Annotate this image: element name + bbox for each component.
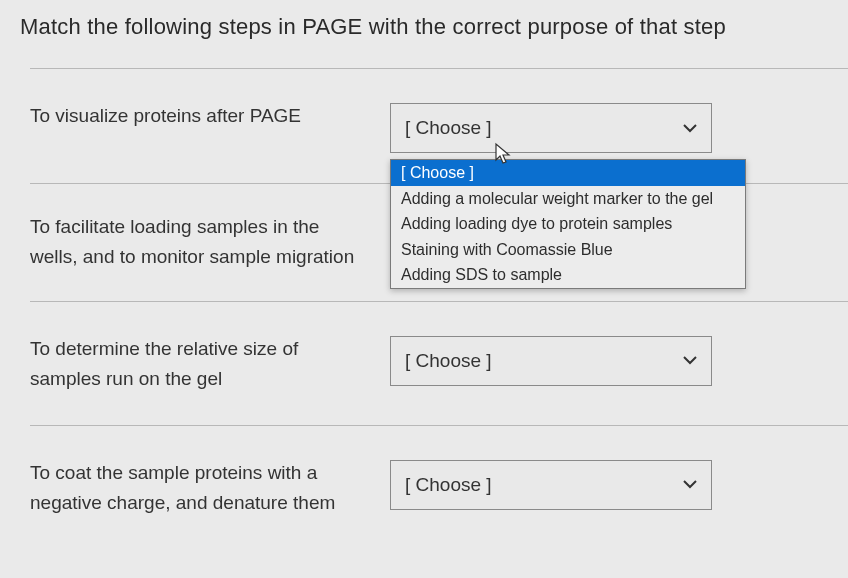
prompt-text: To visualize proteins after PAGE (30, 101, 390, 131)
dropdown-option[interactable]: Staining with Coomassie Blue (391, 237, 745, 263)
question-title: Match the following steps in PAGE with t… (18, 14, 848, 40)
match-rows: To visualize proteins after PAGE [ Choos… (18, 68, 848, 548)
select-wrap: [ Choose ] (390, 336, 712, 386)
prompt-text: To coat the sample proteins with a negat… (30, 458, 390, 519)
answer-select[interactable]: [ Choose ] (390, 460, 712, 510)
dropdown-option[interactable]: Adding SDS to sample (391, 262, 745, 288)
chevron-down-icon (683, 480, 697, 489)
select-value: [ Choose ] (405, 350, 492, 372)
match-row: To determine the relative size of sample… (30, 301, 848, 425)
select-wrap: [ Choose ] [ Choose ] Adding a molecular… (390, 103, 712, 153)
select-wrap: [ Choose ] (390, 460, 712, 510)
match-row: To coat the sample proteins with a negat… (30, 425, 848, 549)
dropdown-option[interactable]: [ Choose ] (391, 160, 745, 186)
chevron-down-icon (683, 356, 697, 365)
prompt-text: To determine the relative size of sample… (30, 334, 390, 395)
dropdown-option[interactable]: Adding loading dye to protein samples (391, 211, 745, 237)
prompt-text: To facilitate loading samples in the wel… (30, 212, 390, 273)
select-value: [ Choose ] (405, 474, 492, 496)
answer-select[interactable]: [ Choose ] (390, 336, 712, 386)
dropdown-list: [ Choose ] Adding a molecular weight mar… (390, 159, 746, 289)
match-row: To visualize proteins after PAGE [ Choos… (30, 68, 848, 183)
chevron-down-icon (683, 124, 697, 133)
dropdown-option[interactable]: Adding a molecular weight marker to the … (391, 186, 745, 212)
answer-select[interactable]: [ Choose ] (390, 103, 712, 153)
select-value: [ Choose ] (405, 117, 492, 139)
